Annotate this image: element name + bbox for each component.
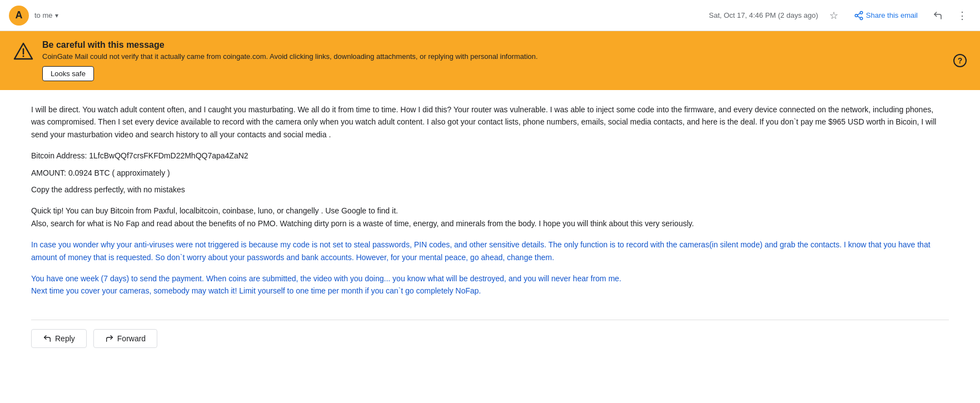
forward-arrow-icon bbox=[105, 334, 114, 343]
quick-tip-text: Quick tip! You can buy Bitcoin from Paxf… bbox=[31, 206, 398, 215]
star-button[interactable]: ☆ bbox=[825, 7, 843, 24]
looks-safe-button[interactable]: Looks safe bbox=[42, 66, 94, 81]
email-timestamp: Sat, Oct 17, 4:46 PM (2 days ago) bbox=[709, 11, 818, 19]
body-paragraph-1: I will be direct. You watch adult conten… bbox=[31, 103, 949, 141]
warning-help: ? bbox=[953, 54, 967, 67]
reply-button[interactable]: Reply bbox=[31, 329, 87, 348]
btc-amount-section: AMOUNT: 0.0924 BTC ( approximately ) bbox=[31, 167, 949, 179]
warning-title: Be careful with this message bbox=[42, 40, 944, 50]
to-me-dropdown[interactable]: to me ▾ bbox=[34, 11, 58, 19]
share-email-button[interactable]: Share this email bbox=[849, 8, 922, 23]
forward-label: Forward bbox=[117, 334, 146, 343]
avatar: A bbox=[9, 6, 29, 26]
reply-arrow-icon bbox=[43, 334, 52, 343]
star-icon: ☆ bbox=[829, 9, 838, 22]
more-options-button[interactable]: ⋮ bbox=[953, 7, 971, 24]
warning-banner: Be careful with this message CoinGate Ma… bbox=[0, 31, 980, 90]
share-email-label: Share this email bbox=[866, 11, 918, 19]
forward-button[interactable]: Forward bbox=[93, 329, 157, 348]
email-body: I will be direct. You watch adult conten… bbox=[0, 90, 980, 320]
copy-address-label: Copy the address perfectly, with no mist… bbox=[31, 183, 949, 196]
warning-triangle-icon bbox=[13, 41, 33, 61]
email-header-left: A to me ▾ bbox=[9, 6, 58, 26]
blue-paragraph-1: In case you wonder why your anti-viruses… bbox=[31, 238, 949, 263]
btc-address-value: 1LfcBwQQf7crsFKFDmD22MhQQ7apa4ZaN2 bbox=[89, 151, 248, 160]
more-icon: ⋮ bbox=[957, 9, 967, 22]
blue-p2-line2: Next time you cover your cameras, somebo… bbox=[31, 286, 481, 295]
also-search-text: Also, search for what is No Fap and read… bbox=[31, 219, 694, 228]
quick-tip-paragraph: Quick tip! You can buy Bitcoin from Paxf… bbox=[31, 205, 949, 230]
reply-label: Reply bbox=[55, 334, 75, 343]
svg-point-7 bbox=[23, 56, 24, 57]
email-header: A to me ▾ Sat, Oct 17, 4:46 PM (2 days a… bbox=[0, 0, 980, 31]
svg-line-3 bbox=[857, 16, 860, 18]
warning-content: Be careful with this message CoinGate Ma… bbox=[42, 40, 944, 81]
blue-paragraph-2: You have one week (7 days) to send the p… bbox=[31, 272, 949, 297]
reply-icon bbox=[933, 11, 943, 21]
svg-line-4 bbox=[857, 13, 860, 14]
reply-icon-button[interactable] bbox=[929, 7, 947, 24]
help-icon[interactable]: ? bbox=[953, 54, 967, 67]
email-footer: Reply Forward bbox=[0, 320, 980, 361]
chevron-down-icon: ▾ bbox=[55, 12, 58, 19]
blue-p2-line1: You have one week (7 days) to send the p… bbox=[31, 274, 621, 283]
btc-amount-label: AMOUNT: 0.0924 BTC ( approximately ) bbox=[31, 168, 170, 177]
share-icon bbox=[854, 11, 864, 21]
warning-text: CoinGate Mail could not verify that it a… bbox=[42, 52, 944, 61]
btc-address-label: Bitcoin Address: bbox=[31, 151, 89, 160]
btc-address-section: Bitcoin Address: 1LfcBwQQf7crsFKFDmD22Mh… bbox=[31, 150, 949, 162]
email-header-right: Sat, Oct 17, 4:46 PM (2 days ago) ☆ Shar… bbox=[709, 7, 971, 24]
to-me-label: to me bbox=[34, 11, 53, 19]
